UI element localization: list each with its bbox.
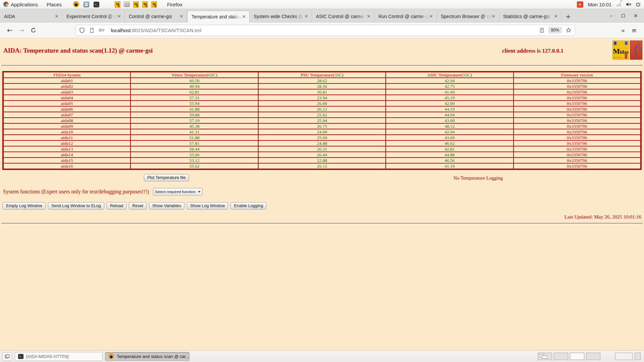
browser-tab[interactable]: AIDA× bbox=[0, 11, 62, 22]
virtex-temperature: 41.88 bbox=[130, 106, 258, 112]
maximize-button[interactable] bbox=[622, 14, 625, 17]
browser-tab[interactable]: Spectrum Browser @ ca× bbox=[437, 11, 499, 22]
midas-launcher-icon[interactable]: M bbox=[142, 1, 148, 8]
asic-temperature: 46.56 bbox=[386, 158, 513, 163]
browser-tab[interactable]: System wide Checks @ c× bbox=[250, 11, 312, 22]
column-header: ASIC Temperature(55C) bbox=[386, 72, 513, 78]
plot-temperature-file-button[interactable]: Plot Temperature file bbox=[144, 174, 189, 181]
hamburger-menu-icon[interactable]: ≡ bbox=[628, 26, 640, 35]
reload-button-browser[interactable] bbox=[28, 27, 39, 34]
empty-log-window-button[interactable]: Empty Log Window bbox=[3, 202, 46, 209]
browser-tab[interactable]: ASIC Control @ carme-g× bbox=[312, 11, 374, 22]
virtex-temperature: 57.81 bbox=[130, 140, 258, 146]
tab-close-icon[interactable]: × bbox=[303, 13, 309, 19]
tab-close-icon[interactable]: × bbox=[241, 14, 247, 20]
tab-strip: AIDA×Experiment Control @ ca×Control @ c… bbox=[0, 11, 561, 22]
browser-tab[interactable]: Temperature and status× bbox=[187, 11, 250, 22]
column-header: Firmware version bbox=[514, 72, 641, 78]
asic-temperature: 44.19 bbox=[386, 106, 513, 112]
terminal-launcher-icon[interactable]: >_ bbox=[94, 2, 99, 7]
midas-launcher-icon[interactable]: M bbox=[115, 1, 120, 8]
table-row: aida0945.3826.7548.120x3350706 bbox=[3, 123, 641, 129]
zoom-level-badge[interactable]: 80% bbox=[548, 27, 562, 34]
reload-button[interactable]: Reload bbox=[107, 202, 127, 209]
applications-menu[interactable]: Applications bbox=[9, 0, 40, 9]
tab-close-icon[interactable]: × bbox=[428, 13, 434, 19]
tab-close-icon[interactable]: × bbox=[490, 13, 496, 19]
taskbar-task-button[interactable]: >_[AIDA MIDAS HTTPd] bbox=[15, 352, 103, 361]
function-select-dropdown[interactable]: Select required function bbox=[153, 188, 203, 195]
fee64-name: aida03 bbox=[3, 89, 130, 95]
midas-logo: MMidasidas powered by bbox=[612, 41, 629, 60]
reset-button[interactable]: Reset bbox=[129, 202, 147, 209]
site-info-icon[interactable] bbox=[89, 28, 94, 33]
midas-launcher-icon[interactable]: M bbox=[133, 1, 139, 8]
taskbar-task-button[interactable]: Temperature and status scan @ car... bbox=[105, 352, 190, 361]
back-button[interactable]: ← bbox=[4, 25, 16, 35]
virtex-temperature: 57.31 bbox=[130, 95, 258, 101]
tray-applet[interactable] bbox=[635, 353, 641, 360]
firefox-launcher-icon[interactable] bbox=[73, 1, 79, 7]
show-variables-button[interactable]: Show Variables bbox=[149, 202, 184, 209]
chevron-down-icon bbox=[198, 191, 201, 193]
midas-launcher-icon[interactable]: M bbox=[151, 1, 157, 8]
forward-button[interactable]: → bbox=[16, 25, 28, 35]
virtex-temperature: 57.19 bbox=[130, 118, 258, 123]
overflow-menu-icon[interactable]: » bbox=[618, 26, 628, 35]
screenshot-launcher-icon[interactable] bbox=[124, 2, 130, 7]
minimize-button[interactable]: – bbox=[610, 13, 613, 18]
header-label: FEE64 System bbox=[53, 72, 80, 77]
browser-tab[interactable]: Statistics @ carme-gsi× bbox=[499, 11, 561, 22]
volume-muted-icon[interactable] bbox=[626, 2, 632, 7]
show-log-window-button[interactable]: Show Log Window bbox=[187, 202, 228, 209]
fee64-name: aida12 bbox=[3, 140, 130, 146]
tcl-logo bbox=[630, 41, 642, 60]
temperature-table: FEE64 SystemVirtex Temperature(65C)PSU T… bbox=[2, 71, 642, 170]
psu-temperature: 23.94 bbox=[258, 95, 386, 101]
header-label: PSU Temperature( bbox=[301, 72, 334, 77]
new-tab-button[interactable]: + bbox=[564, 12, 573, 21]
indicator-applet-icon[interactable]: » bbox=[577, 1, 583, 8]
url-bar[interactable]: localhost:8015/AIDA/TSCAN/TSCAN.tml 80% bbox=[75, 25, 575, 36]
firmware-version: 0x3350706 bbox=[514, 118, 641, 123]
close-window-button[interactable]: × bbox=[634, 13, 638, 18]
show-desktop-button[interactable] bbox=[2, 352, 12, 361]
current-app-name[interactable]: Firefox bbox=[165, 0, 184, 9]
table-row: aida0857.1925.9443.000x3350706 bbox=[3, 118, 641, 123]
midas-logo-shield-icon bbox=[625, 42, 628, 45]
permissions-icon[interactable] bbox=[99, 28, 105, 32]
network-status-icon[interactable]: ? bbox=[616, 2, 622, 7]
table-row: aida0555.9426.0042.000x3350706 bbox=[3, 101, 641, 106]
tab-close-icon[interactable]: × bbox=[178, 13, 184, 19]
browser-tab[interactable]: Experiment Control @ ca× bbox=[62, 11, 125, 22]
tray-applet[interactable] bbox=[615, 353, 633, 360]
firmware-version: 0x3350706 bbox=[514, 83, 641, 89]
workspace-cell[interactable] bbox=[554, 353, 568, 360]
browser-tab[interactable]: Control @ carme-gsi× bbox=[125, 11, 187, 22]
browser-tab[interactable]: Run Control @ carme-gs× bbox=[374, 11, 437, 22]
shield-icon[interactable] bbox=[79, 27, 85, 33]
enable-logging-button[interactable]: Enable Logging bbox=[230, 202, 266, 209]
firefox-icon bbox=[108, 354, 114, 359]
task-label: Temperature and status scan @ car... bbox=[117, 354, 189, 359]
workspace-cell[interactable] bbox=[570, 353, 584, 360]
panel-clock[interactable]: Mon 10:01 bbox=[588, 2, 612, 7]
fee64-name: aida11 bbox=[3, 135, 130, 140]
tab-close-icon[interactable]: × bbox=[366, 13, 372, 19]
places-menu[interactable]: Places bbox=[45, 0, 64, 9]
url-text[interactable]: localhost:8015/AIDA/TSCAN/TSCAN.tml bbox=[111, 27, 202, 33]
send-log-to-elog-button[interactable]: Send Log Window to ELog bbox=[48, 202, 104, 209]
workspace-cell[interactable] bbox=[538, 353, 552, 360]
tab-close-icon[interactable]: × bbox=[116, 13, 122, 19]
fee64-name: aida06 bbox=[3, 106, 130, 112]
tab-close-icon[interactable]: × bbox=[553, 13, 559, 19]
tab-close-icon[interactable]: × bbox=[54, 13, 60, 19]
reader-mode-icon[interactable] bbox=[539, 28, 544, 33]
file-manager-launcher-icon[interactable] bbox=[84, 2, 89, 7]
workspace-cell[interactable] bbox=[586, 353, 600, 360]
firmware-version: 0x3350706 bbox=[514, 135, 641, 140]
bookmark-star-icon[interactable] bbox=[566, 27, 571, 33]
table-row: aida0249.9428.5642.750x3350706 bbox=[3, 83, 641, 89]
power-icon[interactable] bbox=[636, 2, 641, 7]
firmware-version: 0x3350706 bbox=[514, 95, 641, 101]
